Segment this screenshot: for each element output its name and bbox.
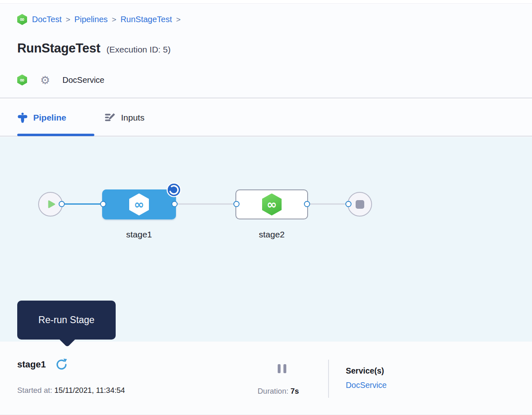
stop-icon bbox=[356, 200, 364, 209]
execution-id-label: (Execution ID: 5) bbox=[107, 45, 171, 55]
play-icon bbox=[47, 200, 56, 209]
active-tab-indicator bbox=[17, 134, 94, 136]
cd-module-icon: ∞ bbox=[17, 75, 27, 86]
chevron-right-icon: > bbox=[112, 15, 116, 24]
execution-controls bbox=[278, 364, 298, 373]
infinity-icon: ∞ bbox=[134, 198, 144, 211]
title-row: RunStageTest (Execution ID: 5) bbox=[17, 41, 171, 56]
rerun-stage-button[interactable] bbox=[55, 358, 68, 371]
pause-button[interactable] bbox=[278, 364, 286, 373]
duration-value: 7s bbox=[290, 387, 299, 395]
harness-stage-icon: ∞ bbox=[129, 194, 149, 216]
stage-label-stage2: stage2 bbox=[235, 230, 308, 239]
tab-inputs[interactable]: Inputs bbox=[105, 99, 162, 136]
tab-pipeline[interactable]: Pipeline bbox=[17, 99, 94, 136]
chevron-right-icon: > bbox=[176, 15, 180, 24]
port-stage2-out bbox=[304, 201, 310, 207]
started-at-label: Started at: bbox=[17, 386, 52, 394]
services-label: Service(s) bbox=[346, 366, 384, 376]
pipeline-icon bbox=[17, 112, 28, 123]
port-stage1-in bbox=[100, 201, 106, 207]
running-spinner-icon bbox=[167, 182, 181, 197]
port-stage2-in bbox=[233, 201, 240, 207]
inputs-icon bbox=[105, 112, 116, 123]
page-title: RunStageTest bbox=[17, 41, 100, 56]
breadcrumb-link-project[interactable]: DocTest bbox=[32, 15, 62, 24]
footer-divider bbox=[328, 360, 329, 398]
infinity-icon: ∞ bbox=[267, 198, 277, 211]
window-top-strip bbox=[0, 0, 532, 4]
duration: Duration: 7s bbox=[258, 387, 299, 396]
breadcrumb-link-pipelines[interactable]: Pipelines bbox=[74, 15, 107, 24]
tab-pipeline-label: Pipeline bbox=[33, 113, 66, 123]
edge-start-stage1 bbox=[62, 203, 103, 205]
harness-cd-icon: ∞ bbox=[17, 14, 27, 25]
stage-label-stage1: stage1 bbox=[102, 230, 176, 239]
stage-node-stage2[interactable]: ∞ bbox=[235, 189, 308, 219]
chevron-right-icon: > bbox=[66, 15, 70, 24]
pause-icon bbox=[278, 364, 281, 373]
view-tabbar: Pipeline Inputs bbox=[0, 99, 532, 137]
infinity-icon: ∞ bbox=[20, 77, 25, 83]
execution-header: ∞ DocTest > Pipelines > RunStageTest > R… bbox=[0, 4, 532, 98]
rerun-stage-tooltip: Re-run Stage bbox=[17, 301, 116, 340]
tooltip-label: Re-run Stage bbox=[39, 315, 95, 326]
tab-inputs-label: Inputs bbox=[121, 113, 144, 123]
started-at-value: 15/11/2021, 11:34:54 bbox=[55, 386, 125, 394]
execution-footer: stage1 Started at: 15/11/2021, 11:34:54 bbox=[0, 342, 532, 415]
footer-stage-row: stage1 bbox=[17, 358, 68, 371]
pipeline-execution-page: ∞ DocTest > Pipelines > RunStageTest > R… bbox=[0, 0, 532, 415]
duration-label: Duration: bbox=[258, 387, 288, 395]
port-start-out bbox=[59, 201, 65, 207]
edge-stage1-stage2 bbox=[174, 203, 237, 205]
started-at: Started at: 15/11/2021, 11:34:54 bbox=[17, 386, 125, 395]
edge-stage2-end bbox=[307, 203, 349, 205]
port-stage1-out bbox=[171, 201, 178, 207]
infinity-icon: ∞ bbox=[20, 16, 25, 23]
service-name-label: DocService bbox=[62, 75, 104, 85]
gear-icon[interactable]: ⚙ bbox=[40, 75, 50, 86]
stage-node-stage1[interactable]: ∞ bbox=[102, 189, 176, 219]
breadcrumb-link-pipeline[interactable]: RunStageTest bbox=[121, 15, 172, 24]
service-link[interactable]: DocService bbox=[346, 381, 387, 390]
breadcrumb: ∞ DocTest > Pipelines > RunStageTest > bbox=[17, 14, 185, 25]
harness-stage-icon: ∞ bbox=[262, 194, 282, 216]
footer-stage-name: stage1 bbox=[17, 359, 46, 370]
port-end-in bbox=[345, 201, 352, 207]
pipeline-meta-row: ∞ ⚙ DocService bbox=[17, 72, 104, 88]
